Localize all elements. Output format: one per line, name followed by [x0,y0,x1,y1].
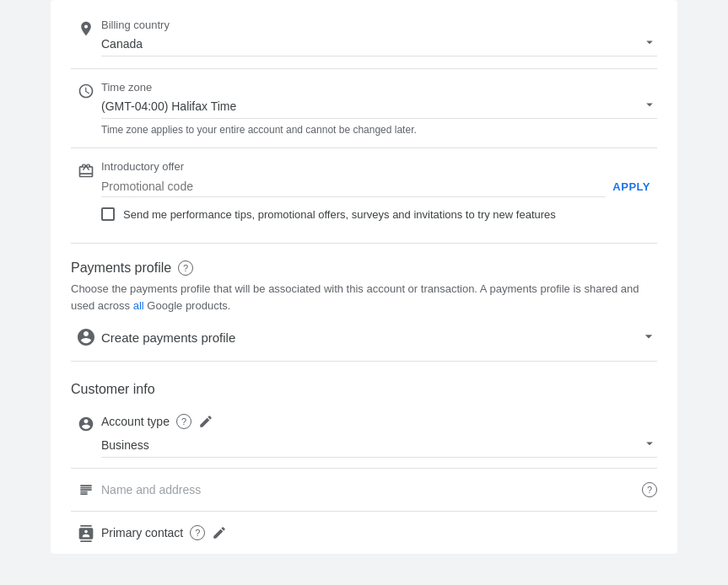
timezone-value-row[interactable]: (GMT-04:00) Halifax Time [101,97,657,119]
name-address-row: Name and address ? [71,469,657,512]
person-circle-icon [71,327,101,347]
account-type-content: Account type ? Business [101,414,657,458]
account-type-value: Business [101,438,635,452]
promo-row: APPLY [101,176,657,197]
payments-profile-section: Payments profile ? Choose the payments p… [51,244,677,361]
primary-contact-label: Primary contact [101,526,183,539]
timezone-dropdown-arrow[interactable] [642,97,657,115]
building-icon [71,480,101,499]
create-payments-profile-arrow[interactable] [640,328,657,347]
account-type-label: Account type [101,415,170,428]
account-type-row: Account type ? Business [71,404,657,469]
account-type-label-row: Account type ? [101,414,657,429]
primary-contact-help-icon[interactable]: ? [190,525,205,540]
billing-country-value-row[interactable]: Canada [101,35,657,56]
timezone-hint: Time zone applies to your entire account… [101,124,657,136]
account-type-edit-icon[interactable] [198,414,213,429]
billing-country-content: Billing country Canada [101,19,657,56]
account-type-dropdown-arrow[interactable] [642,436,657,454]
billing-country-row: Billing country Canada [71,7,657,69]
billing-country-label: Billing country [101,19,657,31]
introductory-offer-content: Introductory offer APPLY Send me perform… [101,160,657,224]
promotional-code-input[interactable] [101,176,606,197]
introductory-offer-row: Introductory offer APPLY Send me perform… [71,148,657,236]
name-address-placeholder[interactable]: Name and address [101,483,635,496]
account-type-value-row[interactable]: Business [101,436,657,458]
payments-profile-desc: Choose the payments profile that will be… [71,281,657,314]
name-address-help-icon[interactable]: ? [642,482,657,497]
introductory-offer-label: Introductory offer [101,160,657,173]
create-payments-profile-row[interactable]: Create payments profile [71,314,657,361]
primary-contact-label-row: Primary contact ? [101,525,657,540]
apply-button[interactable]: APPLY [606,177,657,196]
payments-profile-link[interactable]: all [133,299,148,312]
primary-contact-edit-icon[interactable] [212,525,227,540]
payments-profile-title: Payments profile [71,260,171,276]
settings-card: Billing country Canada [51,0,677,554]
timezone-row: Time zone (GMT-04:00) Halifax Time Time … [71,69,657,148]
primary-contact-content: Primary contact ? [101,525,657,540]
timezone-value: (GMT-04:00) Halifax Time [101,99,635,113]
gift-icon [71,160,101,179]
payments-profile-header: Payments profile ? [71,260,657,276]
contact-icon [71,523,101,542]
create-payments-profile-label: Create payments profile [101,330,640,345]
customer-info-section: Customer info Account type ? [51,362,677,554]
checkbox-label: Send me performance tips, promotional of… [123,208,556,221]
customer-info-title: Customer info [71,382,657,397]
performance-tips-checkbox[interactable] [101,207,115,221]
timezone-label: Time zone [101,81,657,94]
primary-contact-row: Primary contact ? [71,512,657,554]
top-fields: Billing country Canada [51,0,677,243]
map-icon [71,19,101,37]
account-type-person-icon [71,414,101,432]
timezone-content: Time zone (GMT-04:00) Halifax Time Time … [101,81,657,136]
checkbox-row: Send me performance tips, promotional of… [101,197,657,224]
account-type-help-icon[interactable]: ? [176,414,191,429]
page: Billing country Canada [0,0,728,585]
clock-icon [71,81,101,99]
payments-profile-help-icon[interactable]: ? [178,260,193,276]
billing-country-value: Canada [101,37,635,51]
billing-country-dropdown-arrow[interactable] [642,35,657,52]
